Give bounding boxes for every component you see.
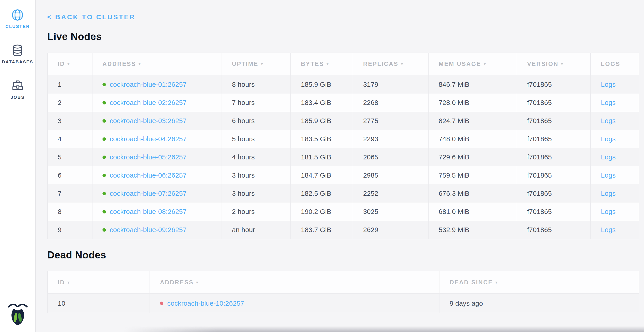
node-address-link[interactable]: cockroach-blue-05:26257 [110,153,187,161]
cell-mem_usage: 532.9 MiB [428,221,517,239]
table-row: 4cockroach-blue-04:262575 hours183.5 GiB… [48,130,639,148]
cell-address: cockroach-blue-01:26257 [92,75,222,94]
cell-uptime: 8 hours [222,75,291,94]
cell-replicas: 2268 [353,94,428,112]
node-address-link[interactable]: cockroach-blue-02:26257 [110,99,187,106]
logs-link[interactable]: Logs [601,135,616,143]
column-header-label: ADDRESS [160,279,194,286]
cell-value: 183.7 GiB [301,226,331,234]
node-address-link[interactable]: cockroach-blue-07:26257 [110,190,187,197]
column-header-replicas[interactable]: REPLICAS▾ [353,53,428,75]
node-address-link[interactable]: cockroach-blue-04:26257 [110,135,187,143]
node-address-link[interactable]: cockroach-blue-09:26257 [110,226,187,234]
cell-value: 8 hours [232,81,255,88]
cell-uptime: 2 hours [222,203,291,221]
cell-id: 5 [48,148,92,166]
logs-link[interactable]: Logs [601,190,616,197]
column-header-label: DEAD SINCE [450,279,493,286]
column-header-label: ID [58,60,65,67]
cell-id: 3 [48,112,92,130]
cell-uptime: 3 hours [222,184,291,203]
cell-mem_usage: 729.6 MiB [428,148,517,166]
cell-address: cockroach-blue-06:26257 [92,166,222,184]
table-row: 5cockroach-blue-05:262574 hours181.5 GiB… [48,148,639,166]
logs-link[interactable]: Logs [601,117,616,125]
cell-bytes: 185.9 GiB [291,112,353,130]
cell-mem_usage: 759.5 MiB [428,166,517,184]
column-header-id[interactable]: ID▾ [48,53,92,75]
cell-version: f701865 [517,130,591,148]
cell-address: cockroach-blue-08:26257 [92,203,222,221]
node-address-link[interactable]: cockroach-blue-08:26257 [110,208,187,216]
cell-uptime: 6 hours [222,112,291,130]
logs-link[interactable]: Logs [601,81,616,88]
cell-version: f701865 [517,221,591,239]
cell-value: 2268 [363,99,378,106]
cell-id: 9 [48,221,92,239]
sidebar-item-databases[interactable]: DATABASES [2,44,34,64]
cell-value: 181.5 GiB [301,153,331,161]
cell-value: 532.9 MiB [438,226,469,234]
logs-link[interactable]: Logs [601,226,616,234]
cell-value: 10 [58,300,65,307]
column-header-bytes[interactable]: BYTES▾ [291,53,353,75]
logs-link[interactable]: Logs [601,171,616,179]
cell-value: f701865 [527,81,552,88]
dead-nodes-title: Dead Nodes [47,249,644,261]
table-row: 1cockroach-blue-01:262578 hours185.9 GiB… [48,75,639,94]
column-header-uptime[interactable]: UPTIME▾ [222,53,291,75]
cell-value: 728.0 MiB [438,99,469,106]
logs-link[interactable]: Logs [601,208,616,216]
sort-arrow-icon: ▾ [138,61,141,66]
back-to-cluster-link[interactable]: < BACK TO CLUSTER [47,13,136,21]
logs-link[interactable]: Logs [601,99,616,106]
cell-id: 1 [48,75,92,94]
node-address-link[interactable]: cockroach-blue-01:26257 [110,81,187,88]
cell-value: 3 [58,117,62,125]
cell-value: 4 hours [232,153,255,161]
node-address-link[interactable]: cockroach-blue-06:26257 [110,171,187,179]
cell-id: 7 [48,184,92,203]
cell-value: 748.0 MiB [438,135,469,143]
cell-uptime: 4 hours [222,148,291,166]
column-header-label: LOGS [601,60,620,67]
cell-value: f701865 [527,99,552,106]
node-address-link[interactable]: cockroach-blue-03:26257 [110,117,187,125]
node-live-status-dot [102,83,106,86]
column-header-version[interactable]: VERSION▾ [517,53,591,75]
cell-value: 8 [58,208,62,216]
sort-arrow-icon: ▾ [496,280,498,285]
cell-bytes: 185.9 GiB [291,75,353,94]
column-header-label: ID [58,279,65,286]
cell-version: f701865 [517,112,591,130]
cell-logs: Logs [591,166,639,184]
node-address-link[interactable]: cockroach-blue-10:26257 [167,300,244,307]
logs-link[interactable]: Logs [601,153,616,161]
cell-value: 184.7 GiB [301,171,331,179]
column-header-dead_since[interactable]: DEAD SINCE▾ [440,271,639,293]
sidebar-item-cluster[interactable]: CLUSTER [6,9,30,29]
column-header-address[interactable]: ADDRESS▾ [92,53,222,75]
cell-value: 7 [58,190,62,197]
dead-nodes-table: ID▾ADDRESS▾DEAD SINCE▾10cockroach-blue-1… [47,271,639,313]
cell-logs: Logs [591,203,639,221]
cell-address: cockroach-blue-03:26257 [92,112,222,130]
sidebar-item-jobs[interactable]: JOBS [11,79,25,100]
cell-value: 729.6 MiB [438,153,469,161]
column-header-id[interactable]: ID▾ [48,271,150,293]
table-header-row: ID▾ADDRESS▾DEAD SINCE▾ [48,271,639,294]
cell-version: f701865 [517,148,591,166]
cell-value: 681.0 MiB [438,208,469,216]
cell-value: 2 [58,99,62,106]
sidebar-item-label: JOBS [11,95,25,100]
cell-replicas: 2985 [353,166,428,184]
cell-value: 1 [58,81,62,88]
cell-value: 2775 [363,117,378,125]
cell-value: 190.2 GiB [301,208,331,216]
cockroach-logo [7,303,28,326]
cell-logs: Logs [591,130,639,148]
cell-value: f701865 [527,208,552,216]
cell-address: cockroach-blue-07:26257 [92,184,222,203]
column-header-address[interactable]: ADDRESS▾ [150,271,440,293]
column-header-mem_usage[interactable]: MEM USAGE▾ [428,53,517,75]
